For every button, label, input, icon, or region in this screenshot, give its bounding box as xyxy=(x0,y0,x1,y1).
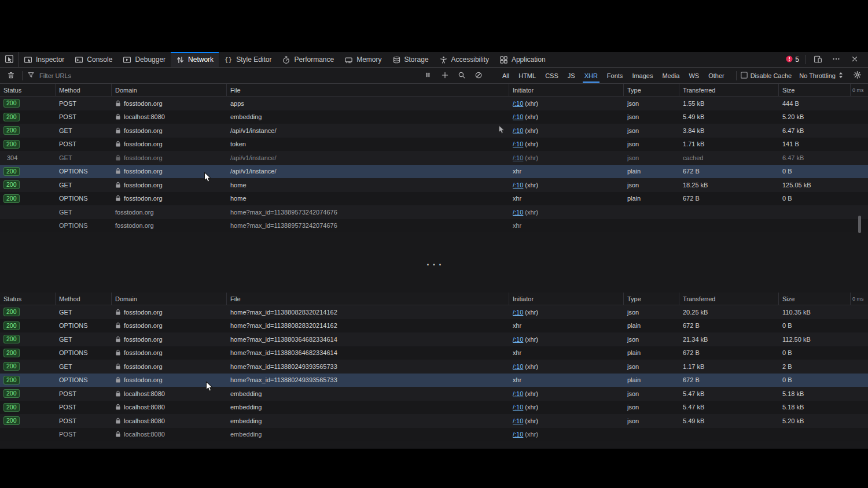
request-row[interactable]: 200POSTfosstodon.orgapps/:10(xhr)json1.5… xyxy=(0,97,868,110)
initiator-link[interactable]: /:10 xyxy=(513,141,523,147)
request-row[interactable]: 200GETfosstodon.orghome?max_id=113880249… xyxy=(0,360,868,374)
disable-cache-toggle[interactable]: Disable Cache xyxy=(741,72,792,80)
request-row[interactable]: 200OPTIONSfosstodon.orghome?max_id=11388… xyxy=(0,346,868,360)
request-row[interactable]: 200GETfosstodon.orghome?max_id=113880828… xyxy=(0,305,868,319)
throttling-select[interactable]: No Throttling xyxy=(799,72,843,80)
initiator-link[interactable]: /:10 xyxy=(513,309,523,316)
filter-all[interactable]: All xyxy=(498,71,513,81)
column-header-waterfall[interactable]: 0 ms xyxy=(851,84,868,96)
tab-memory[interactable]: Memory xyxy=(339,52,387,67)
column-header-initiator[interactable]: Initiator xyxy=(509,84,624,96)
request-row[interactable]: 200POSTlocalhost:8080embedding/:10(xhr)j… xyxy=(0,110,868,124)
column-header-domain[interactable]: Domain xyxy=(112,293,227,305)
request-row[interactable]: 200POSTlocalhost:8080embedding/:10(xhr)j… xyxy=(0,387,868,401)
request-row[interactable]: 200GETfosstodon.orghome?max_id=113880364… xyxy=(0,332,868,346)
filter-xhr[interactable]: XHR xyxy=(580,71,602,81)
type-cell: plain xyxy=(624,374,679,387)
tab-console[interactable]: Console xyxy=(69,52,117,67)
initiator-link[interactable]: /:10 xyxy=(513,100,523,107)
tab-style-editor[interactable]: {}Style Editor xyxy=(219,52,277,67)
initiator-link[interactable]: /:10 xyxy=(513,127,523,134)
column-header-method[interactable]: Method xyxy=(56,84,112,96)
request-row[interactable]: 200OPTIONSfosstodon.org/api/v1/instance/… xyxy=(0,165,868,179)
clear-requests-button[interactable] xyxy=(5,69,17,82)
status-cell xyxy=(0,428,56,442)
request-row[interactable]: 200OPTIONSfosstodon.orghome?max_id=11388… xyxy=(0,374,868,387)
filter-urls-input[interactable] xyxy=(38,72,160,80)
column-header-size[interactable]: Size xyxy=(779,293,851,305)
column-header-status[interactable]: Status xyxy=(0,293,56,305)
request-row[interactable]: 200OPTIONSfosstodon.orghome?max_id=11388… xyxy=(0,319,868,333)
column-header-file[interactable]: File xyxy=(227,84,509,96)
filter-js[interactable]: JS xyxy=(564,71,579,81)
filter-other[interactable]: Other xyxy=(704,71,729,81)
filter-html[interactable]: HTML xyxy=(514,71,540,81)
request-row[interactable]: 200POSTlocalhost:8080embedding/:10(xhr)j… xyxy=(0,414,868,428)
initiator-link[interactable]: /:10 xyxy=(513,363,523,370)
column-header-waterfall[interactable]: 0 ms xyxy=(851,293,868,305)
request-row[interactable]: 200POSTlocalhost:8080embedding/:10(xhr)j… xyxy=(0,401,868,415)
file-cell: home?max_id=113880249393565733 xyxy=(227,360,509,374)
pause-recording-button[interactable] xyxy=(422,69,435,82)
column-header-domain[interactable]: Domain xyxy=(112,84,227,96)
request-row[interactable]: 200GETfosstodon.org/api/v1/instance//:10… xyxy=(0,124,868,138)
column-header-transferred[interactable]: Transferred xyxy=(679,293,779,305)
tab-storage[interactable]: Storage xyxy=(387,52,434,67)
column-header-method[interactable]: Method xyxy=(56,293,112,305)
initiator-link[interactable]: /:10 xyxy=(513,417,523,424)
network-settings-button[interactable] xyxy=(851,69,863,82)
column-header-file[interactable]: File xyxy=(227,293,509,305)
column-header-initiator[interactable]: Initiator xyxy=(509,293,624,305)
filter-css[interactable]: CSS xyxy=(541,71,562,81)
initiator-link[interactable]: /:10 xyxy=(513,154,523,161)
initiator-link[interactable]: /:10 xyxy=(513,113,523,120)
column-header-size[interactable]: Size xyxy=(779,84,851,96)
column-header-type[interactable]: Type xyxy=(624,84,679,96)
tab-performance[interactable]: Performance xyxy=(277,52,339,67)
filter-images[interactable]: Images xyxy=(628,71,657,81)
column-header-type[interactable]: Type xyxy=(624,293,679,305)
search-button[interactable] xyxy=(455,69,468,82)
tab-application[interactable]: Application xyxy=(494,52,551,67)
request-row[interactable]: GETfosstodon.orghome?max_id=113889573242… xyxy=(0,205,868,219)
request-row[interactable]: 200OPTIONSfosstodon.orghomexhrplain672 B… xyxy=(0,192,868,206)
tab-inspector[interactable]: Inspector xyxy=(19,52,69,67)
initiator-link[interactable]: /:10 xyxy=(513,431,523,438)
request-row[interactable]: 200POSTfosstodon.orgtoken/:10(xhr)json1.… xyxy=(0,138,868,151)
request-row[interactable]: 304GETfosstodon.org/api/v1/instance//:10… xyxy=(0,151,868,165)
request-row[interactable]: OPTIONSfosstodon.orghome?max_id=11388957… xyxy=(0,219,868,233)
size-cell: 112.50 kB xyxy=(779,332,851,346)
devtools-menu-button[interactable] xyxy=(830,53,843,66)
initiator-link[interactable]: /:10 xyxy=(513,390,523,397)
initiator-link[interactable]: /:10 xyxy=(513,209,523,216)
method-cell: POST xyxy=(56,387,112,401)
initiator-link[interactable]: /:10 xyxy=(513,404,523,411)
initiator-link[interactable]: /:10 xyxy=(513,336,523,343)
error-count-indicator[interactable]: 5 xyxy=(786,56,799,64)
close-devtools-button[interactable] xyxy=(848,53,861,66)
request-row[interactable]: POSTlocalhost:8080embedding/:10(xhr) xyxy=(0,428,868,442)
tabbar-right-controls: 5 xyxy=(786,52,868,67)
disable-cache-checkbox[interactable] xyxy=(741,72,748,80)
scrollbar-thumb[interactable] xyxy=(858,216,861,233)
column-header-transferred[interactable]: Transferred xyxy=(679,84,779,96)
element-picker-button[interactable] xyxy=(0,52,19,67)
block-requests-button[interactable] xyxy=(472,69,485,82)
filter-media[interactable]: Media xyxy=(658,71,683,81)
method-cell: POST xyxy=(56,110,112,124)
console-icon xyxy=(75,56,83,64)
search-icon xyxy=(458,71,466,80)
initiator-link[interactable]: /:10 xyxy=(513,182,523,188)
tab-debugger[interactable]: Debugger xyxy=(117,52,171,67)
responsive-design-mode-button[interactable] xyxy=(811,53,824,66)
filter-ws[interactable]: WS xyxy=(685,71,703,81)
new-request-button[interactable] xyxy=(439,69,451,82)
filter-fonts[interactable]: Fonts xyxy=(603,71,627,81)
tab-network[interactable]: Network xyxy=(171,52,219,67)
request-row[interactable]: 200GETfosstodon.orghome/:10(xhr)json18.2… xyxy=(0,178,868,192)
initiator-text: xhr xyxy=(513,222,521,229)
waterfall-cell xyxy=(851,97,868,110)
tab-accessibility[interactable]: Accessibility xyxy=(434,52,494,67)
transferred-cell: 21.34 kB xyxy=(679,332,779,346)
column-header-status[interactable]: Status xyxy=(0,84,56,96)
